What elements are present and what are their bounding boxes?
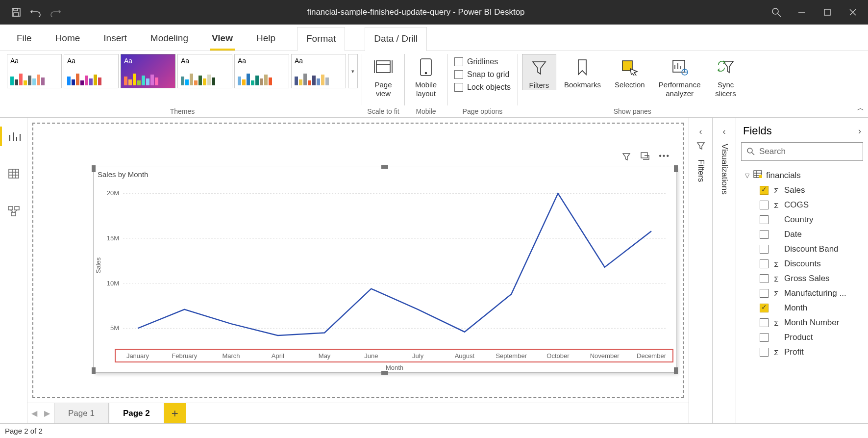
fields-pane: Fields › Search ▽ financials ΣSalesΣCOGS… <box>736 118 868 423</box>
minimize-icon[interactable] <box>796 7 807 18</box>
svg-rect-34 <box>11 212 16 216</box>
resize-handle[interactable] <box>92 165 96 172</box>
expand-visualizations-icon[interactable]: ‹ <box>723 127 726 137</box>
field-discounts[interactable]: ΣDiscounts <box>736 257 868 271</box>
themes-dropdown[interactable]: ▾ <box>348 54 358 88</box>
lock-objects-checkbox[interactable]: Lock objects <box>451 81 514 93</box>
fields-tree: ▽ financials ΣSalesΣCOGSCountryDateDisco… <box>736 166 868 423</box>
redo-icon[interactable] <box>50 7 61 18</box>
sync-slicers-button[interactable]: Sync slicers <box>709 54 743 98</box>
menu-file[interactable]: File <box>15 27 34 51</box>
svg-text:March: March <box>222 352 240 360</box>
menu-modeling[interactable]: Modeling <box>149 27 190 51</box>
sigma-icon: Σ <box>772 289 780 298</box>
field-label: Month Number <box>784 318 839 328</box>
collapse-fields-icon[interactable]: › <box>858 126 861 136</box>
theme-swatch-3[interactable]: Aa <box>121 54 175 88</box>
theme-swatch-6[interactable]: Aa <box>291 54 346 88</box>
svg-rect-27 <box>9 169 19 178</box>
field-checkbox[interactable] <box>760 215 769 224</box>
status-bar: Page 2 of 2 <box>0 423 868 438</box>
field-checkbox[interactable] <box>760 230 769 239</box>
theme-swatch-4[interactable]: Aa <box>177 54 232 88</box>
page-tabs: ◀▶ Page 1 Page 2 + <box>27 403 689 423</box>
resize-handle[interactable] <box>674 367 678 374</box>
theme-swatch-5[interactable]: Aa <box>234 54 289 88</box>
visual-more-icon[interactable]: ••• <box>659 152 670 163</box>
resize-handle[interactable] <box>92 367 96 374</box>
fields-search-input[interactable]: Search <box>741 142 863 161</box>
selection-pane-button[interactable]: Selection <box>609 54 651 89</box>
menu-view[interactable]: View <box>210 27 235 51</box>
menu-insert[interactable]: Insert <box>101 27 129 51</box>
gridlines-checkbox[interactable]: Gridlines <box>451 56 501 68</box>
field-profit[interactable]: ΣProfit <box>736 345 868 360</box>
field-manufacturing-[interactable]: ΣManufacturing ... <box>736 286 868 301</box>
menu-data-drill[interactable]: Data / Drill <box>365 27 427 51</box>
bookmark-icon <box>575 57 589 77</box>
close-icon[interactable] <box>847 7 858 18</box>
snap-to-grid-checkbox[interactable]: Snap to grid <box>451 69 512 80</box>
mobile-layout-button[interactable]: Mobile layout <box>409 54 443 98</box>
field-discount-band[interactable]: Discount Band <box>736 242 868 257</box>
field-sales[interactable]: ΣSales <box>736 183 868 198</box>
theme-swatch-1[interactable]: Aa <box>7 54 62 88</box>
visual-filter-icon[interactable] <box>621 152 631 163</box>
visual-focus-icon[interactable] <box>640 152 650 163</box>
svg-text:April: April <box>272 352 284 360</box>
next-page-icon[interactable]: ▶ <box>44 409 50 418</box>
field-checkbox[interactable] <box>760 304 769 312</box>
add-page-button[interactable]: + <box>164 403 186 423</box>
theme-swatch-2[interactable]: Aa <box>64 54 119 88</box>
menu-home[interactable]: Home <box>53 27 82 51</box>
line-chart-visual[interactable]: ••• Sales by Month 5M10M15M20MJanuaryFeb… <box>93 167 676 373</box>
undo-icon[interactable] <box>30 7 41 18</box>
visualizations-pane-collapsed[interactable]: ‹ Visualizations <box>712 118 736 423</box>
field-country[interactable]: Country <box>736 212 868 227</box>
field-checkbox[interactable] <box>760 201 769 209</box>
maximize-icon[interactable] <box>822 7 833 18</box>
field-checkbox[interactable] <box>760 245 769 254</box>
collapse-table-icon[interactable]: ▽ <box>745 172 749 179</box>
page-view-button[interactable]: Page view <box>366 54 400 98</box>
field-date[interactable]: Date <box>736 227 868 242</box>
performance-analyzer-button[interactable]: Performance analyzer <box>653 54 707 98</box>
report-canvas[interactable]: ••• Sales by Month 5M10M15M20MJanuaryFeb… <box>27 118 689 403</box>
ribbon: Aa Aa Aa Aa Aa Aa ▾ Themes Page view Sca… <box>0 51 868 118</box>
filters-pane-button[interactable]: Filters <box>522 54 556 90</box>
field-month[interactable]: Month <box>736 301 868 315</box>
field-gross-sales[interactable]: ΣGross Sales <box>736 271 868 286</box>
bookmarks-pane-button[interactable]: Bookmarks <box>558 54 607 89</box>
report-view-icon[interactable] <box>0 127 27 146</box>
search-icon[interactable] <box>771 7 782 18</box>
field-month-number[interactable]: ΣMonth Number <box>736 315 868 330</box>
field-cogs[interactable]: ΣCOGS <box>736 198 868 212</box>
expand-filters-icon[interactable]: ‹ <box>699 127 702 137</box>
resize-handle[interactable] <box>674 165 678 172</box>
field-checkbox[interactable] <box>760 318 769 327</box>
page-tab-1[interactable]: Page 1 <box>54 403 109 423</box>
model-view-icon[interactable] <box>0 201 27 221</box>
page-tab-2[interactable]: Page 2 <box>109 403 164 423</box>
window-title: financial-sample-finished-update-query -… <box>61 7 771 17</box>
field-checkbox[interactable] <box>760 348 769 357</box>
data-view-icon[interactable] <box>0 164 27 183</box>
resize-handle[interactable] <box>381 165 388 169</box>
prev-page-icon[interactable]: ◀ <box>31 409 37 418</box>
field-checkbox[interactable] <box>760 333 769 342</box>
collapse-ribbon-icon[interactable]: ︿ <box>857 104 864 113</box>
field-checkbox[interactable] <box>760 259 769 268</box>
field-checkbox[interactable] <box>760 186 769 195</box>
field-label: Manufacturing ... <box>784 288 846 298</box>
performance-icon <box>671 57 689 77</box>
table-node-financials[interactable]: ▽ financials <box>736 168 868 183</box>
save-icon[interactable] <box>11 7 22 18</box>
menu-format[interactable]: Format <box>297 27 345 51</box>
field-checkbox[interactable] <box>760 274 769 283</box>
filters-pane-collapsed[interactable]: ‹ Filters <box>689 118 712 423</box>
field-checkbox[interactable] <box>760 289 769 298</box>
menu-help[interactable]: Help <box>254 27 277 51</box>
resize-handle[interactable] <box>381 371 388 375</box>
field-label: Product <box>784 333 813 342</box>
field-product[interactable]: Product <box>736 330 868 345</box>
